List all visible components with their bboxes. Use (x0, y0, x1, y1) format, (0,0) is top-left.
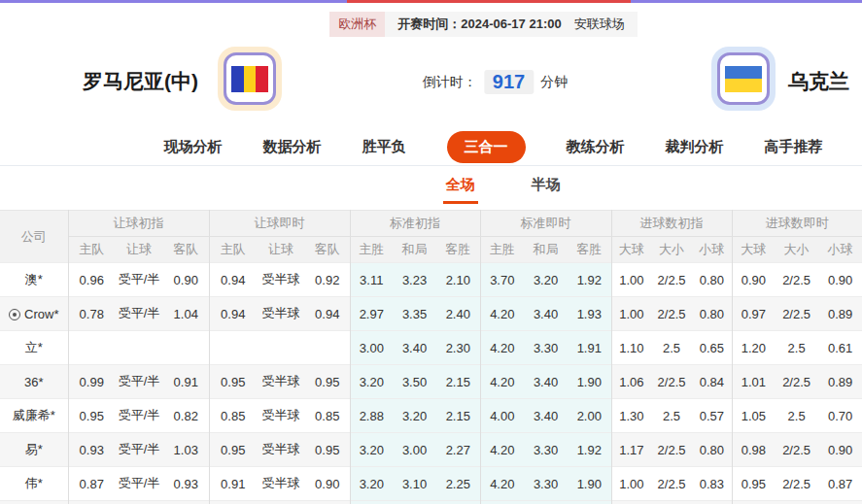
odds-cell[interactable] (305, 331, 350, 365)
company-cell[interactable]: 立* (0, 331, 68, 365)
tab-coach-analysis[interactable]: 教练分析 (567, 138, 625, 156)
company-cell[interactable]: 威廉希* (0, 399, 68, 433)
odds-cell[interactable]: 4.00 (480, 399, 524, 433)
odds-cell[interactable]: 2/2.5 (775, 467, 818, 501)
odds-cell[interactable]: 2/2.5 (775, 433, 818, 467)
odds-cell[interactable]: 0.98 (732, 433, 775, 467)
odds-cell[interactable]: 0.89 (818, 365, 862, 399)
odds-cell[interactable]: 1.92 (568, 433, 611, 467)
odds-cell[interactable]: 0.90 (305, 467, 350, 501)
odds-cell[interactable]: 2.5 (775, 331, 818, 365)
odds-cell[interactable]: 4.20 (480, 297, 524, 331)
odds-cell[interactable] (775, 501, 818, 504)
odds-cell: 2/2.5 (651, 365, 692, 399)
company-cell[interactable]: 36* (0, 365, 68, 399)
odds-cell[interactable]: 2/2.5 (775, 263, 818, 297)
odds-cell[interactable] (818, 501, 862, 504)
tab-three-in-one[interactable]: 三合一 (447, 131, 526, 163)
odds-cell[interactable]: 4.20 (480, 467, 524, 501)
subtab-full-match[interactable]: 全场 (443, 176, 478, 204)
odds-cell[interactable] (257, 501, 305, 504)
odds-cell[interactable]: 受半球 (257, 365, 305, 399)
odds-cell[interactable] (209, 501, 257, 504)
odds-cell: 0.80 (692, 297, 732, 331)
company-cell[interactable]: Crow* (0, 297, 68, 331)
tab-expert-picks[interactable]: 高手推荐 (765, 138, 823, 156)
odds-cell[interactable]: 0.95 (209, 433, 257, 467)
odds-cell[interactable]: 3.30 (524, 467, 568, 501)
odds-cell[interactable]: 3.40 (524, 297, 568, 331)
odds-cell[interactable]: 1.92 (568, 263, 611, 297)
odds-cell[interactable]: 2.00 (568, 399, 611, 433)
odds-cell[interactable]: 3.20 (524, 263, 568, 297)
odds-cell[interactable]: 0.90 (818, 433, 862, 467)
odds-cell[interactable] (732, 501, 775, 504)
odds-cell[interactable]: 1.01 (732, 365, 775, 399)
odds-cell[interactable]: 0.94 (209, 297, 257, 331)
odds-cell[interactable]: 0.97 (732, 297, 775, 331)
odds-cell[interactable]: 0.95 (732, 467, 775, 501)
company-cell[interactable]: 易* (0, 433, 68, 467)
tab-referee-analysis[interactable]: 裁判分析 (666, 138, 724, 156)
odds-cell[interactable]: 2.5 (775, 399, 818, 433)
odds-cell: 2.15 (436, 399, 480, 433)
odds-cell[interactable]: 2/2.5 (775, 365, 818, 399)
sub-column-header: 让球 (257, 237, 305, 263)
odds-cell[interactable]: 0.94 (209, 263, 257, 297)
odds-cell[interactable] (524, 501, 568, 504)
odds-cell[interactable]: 1.90 (568, 467, 611, 501)
odds-cell: 受平/半 (115, 433, 163, 467)
tab-live-analysis[interactable]: 现场分析 (164, 138, 223, 156)
odds-cell[interactable] (257, 331, 305, 365)
odds-cell[interactable]: 受半球 (257, 263, 305, 297)
odds-cell[interactable]: 3.40 (524, 399, 568, 433)
odds-cell[interactable]: 0.94 (305, 297, 350, 331)
odds-cell[interactable]: 0.90 (732, 263, 775, 297)
odds-cell[interactable]: 受半球 (257, 433, 305, 467)
odds-cell[interactable]: 受半球 (257, 399, 305, 433)
odds-cell[interactable]: 4.20 (480, 433, 524, 467)
odds-cell[interactable]: 3.70 (480, 263, 524, 297)
odds-cell[interactable]: 0.70 (818, 399, 862, 433)
odds-cell[interactable]: 1.93 (568, 297, 611, 331)
tab-win-draw-loss[interactable]: 胜平负 (362, 138, 406, 156)
odds-cell[interactable]: 0.95 (305, 433, 350, 467)
odds-cell[interactable]: 3.30 (524, 331, 568, 365)
odds-cell[interactable]: 1.05 (732, 399, 775, 433)
odds-cell[interactable]: 4.20 (480, 365, 524, 399)
odds-cell[interactable]: 0.92 (305, 263, 350, 297)
odds-row: 易*0.93受平/半1.030.95受半球0.953.203.002.274.2… (0, 433, 862, 467)
odds-cell[interactable]: 1.91 (568, 331, 611, 365)
odds-cell[interactable]: 0.91 (209, 467, 257, 501)
kickoff-info: 开赛时间：2024-06-17 21:00安联球场 (385, 12, 637, 37)
odds-cell[interactable] (568, 501, 611, 504)
sub-column-header: 让球 (115, 237, 163, 263)
odds-cell[interactable]: 0.87 (818, 467, 862, 501)
odds-cell[interactable]: 0.85 (305, 399, 350, 433)
company-cell[interactable] (0, 501, 68, 504)
odds-cell[interactable]: 0.61 (818, 331, 862, 365)
odds-cell[interactable] (305, 501, 350, 504)
odds-cell[interactable]: 3.40 (524, 365, 568, 399)
tab-data-analysis[interactable]: 数据分析 (263, 138, 322, 156)
odds-cell[interactable]: 0.85 (209, 399, 257, 433)
odds-cell[interactable] (480, 501, 524, 504)
odds-cell[interactable]: 1.90 (568, 365, 611, 399)
company-cell[interactable]: 伟* (0, 467, 68, 501)
odds-cell: 0.82 (163, 399, 209, 433)
odds-cell[interactable]: 1.20 (732, 331, 775, 365)
odds-cell[interactable]: 受半球 (257, 467, 305, 501)
odds-cell[interactable]: 2/2.5 (775, 297, 818, 331)
odds-cell[interactable]: 0.89 (818, 297, 862, 331)
sub-column-header: 主胜 (480, 237, 524, 263)
odds-cell[interactable] (209, 331, 257, 365)
odds-cell[interactable]: 受半球 (257, 297, 305, 331)
odds-cell[interactable]: 3.30 (524, 433, 568, 467)
subtab-half-match[interactable]: 半场 (529, 176, 564, 204)
company-cell[interactable]: 澳* (0, 263, 68, 297)
odds-cell[interactable]: 4.20 (480, 331, 524, 365)
odds-cell[interactable]: 0.90 (818, 263, 862, 297)
odds-cell[interactable]: 0.95 (209, 365, 257, 399)
teams-header: 罗马尼亚(中) 倒计时： 917 分钟 乌克兰 (0, 37, 862, 115)
odds-cell[interactable]: 0.95 (305, 365, 350, 399)
